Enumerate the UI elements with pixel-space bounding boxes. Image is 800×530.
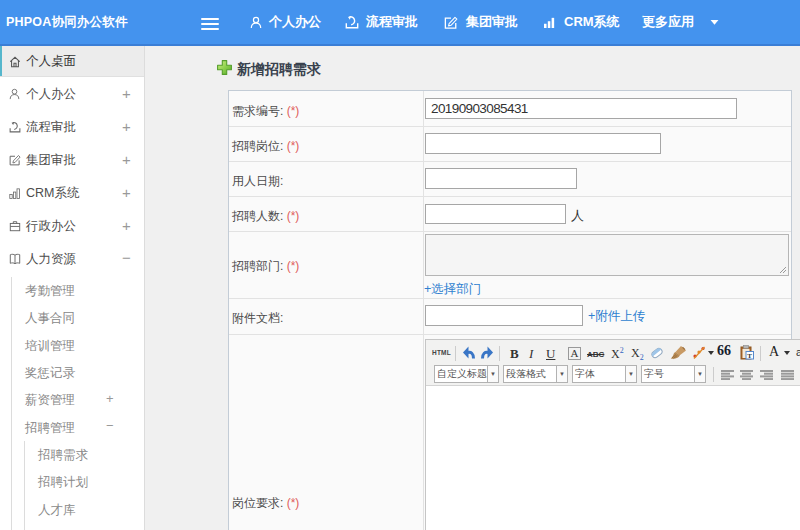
svg-text:T: T (747, 352, 752, 360)
